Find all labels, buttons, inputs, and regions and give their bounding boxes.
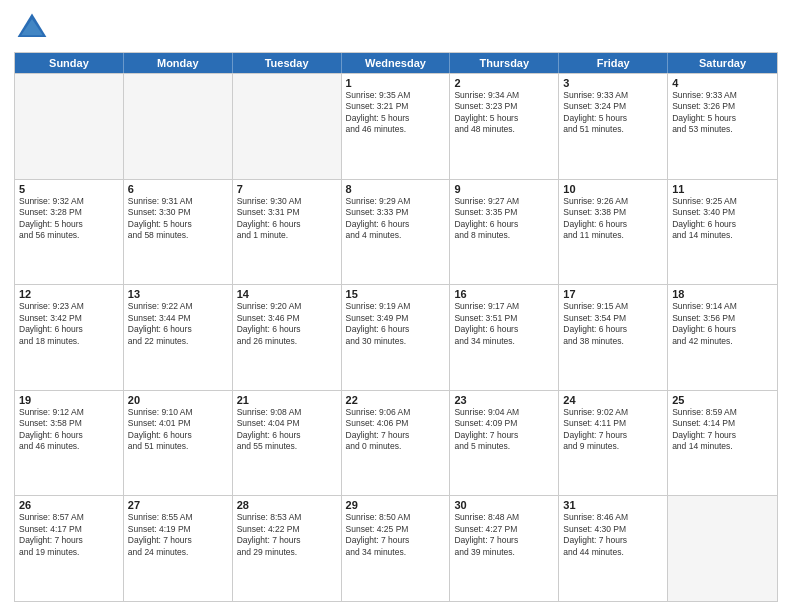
calendar-row: 19Sunrise: 9:12 AM Sunset: 3:58 PM Dayli… [15,390,777,496]
day-cell: 24Sunrise: 9:02 AM Sunset: 4:11 PM Dayli… [559,391,668,496]
day-info: Sunrise: 8:57 AM Sunset: 4:17 PM Dayligh… [19,512,119,558]
day-info: Sunrise: 9:17 AM Sunset: 3:51 PM Dayligh… [454,301,554,347]
day-cell: 27Sunrise: 8:55 AM Sunset: 4:19 PM Dayli… [124,496,233,601]
weekday-header: Friday [559,53,668,73]
day-info: Sunrise: 9:22 AM Sunset: 3:44 PM Dayligh… [128,301,228,347]
calendar-row: 5Sunrise: 9:32 AM Sunset: 3:28 PM Daylig… [15,179,777,285]
day-cell: 12Sunrise: 9:23 AM Sunset: 3:42 PM Dayli… [15,285,124,390]
day-info: Sunrise: 9:15 AM Sunset: 3:54 PM Dayligh… [563,301,663,347]
day-number: 17 [563,288,663,300]
day-info: Sunrise: 9:19 AM Sunset: 3:49 PM Dayligh… [346,301,446,347]
day-info: Sunrise: 8:48 AM Sunset: 4:27 PM Dayligh… [454,512,554,558]
day-number: 8 [346,183,446,195]
day-cell: 10Sunrise: 9:26 AM Sunset: 3:38 PM Dayli… [559,180,668,285]
day-cell: 26Sunrise: 8:57 AM Sunset: 4:17 PM Dayli… [15,496,124,601]
day-number: 27 [128,499,228,511]
day-info: Sunrise: 9:33 AM Sunset: 3:24 PM Dayligh… [563,90,663,136]
day-number: 28 [237,499,337,511]
day-number: 21 [237,394,337,406]
empty-cell [124,74,233,179]
day-number: 7 [237,183,337,195]
day-number: 30 [454,499,554,511]
logo [14,10,54,46]
calendar-row: 12Sunrise: 9:23 AM Sunset: 3:42 PM Dayli… [15,284,777,390]
calendar-row: 1Sunrise: 9:35 AM Sunset: 3:21 PM Daylig… [15,73,777,179]
day-number: 9 [454,183,554,195]
calendar-body: 1Sunrise: 9:35 AM Sunset: 3:21 PM Daylig… [15,73,777,601]
day-info: Sunrise: 9:34 AM Sunset: 3:23 PM Dayligh… [454,90,554,136]
day-cell: 30Sunrise: 8:48 AM Sunset: 4:27 PM Dayli… [450,496,559,601]
day-cell: 11Sunrise: 9:25 AM Sunset: 3:40 PM Dayli… [668,180,777,285]
day-info: Sunrise: 9:20 AM Sunset: 3:46 PM Dayligh… [237,301,337,347]
day-info: Sunrise: 8:53 AM Sunset: 4:22 PM Dayligh… [237,512,337,558]
empty-cell [233,74,342,179]
day-info: Sunrise: 9:14 AM Sunset: 3:56 PM Dayligh… [672,301,773,347]
page: SundayMondayTuesdayWednesdayThursdayFrid… [0,0,792,612]
day-cell: 7Sunrise: 9:30 AM Sunset: 3:31 PM Daylig… [233,180,342,285]
weekday-header: Sunday [15,53,124,73]
day-info: Sunrise: 8:50 AM Sunset: 4:25 PM Dayligh… [346,512,446,558]
day-cell: 6Sunrise: 9:31 AM Sunset: 3:30 PM Daylig… [124,180,233,285]
day-number: 13 [128,288,228,300]
day-info: Sunrise: 9:02 AM Sunset: 4:11 PM Dayligh… [563,407,663,453]
empty-cell [15,74,124,179]
day-number: 10 [563,183,663,195]
day-number: 20 [128,394,228,406]
day-number: 6 [128,183,228,195]
day-info: Sunrise: 9:10 AM Sunset: 4:01 PM Dayligh… [128,407,228,453]
day-info: Sunrise: 9:29 AM Sunset: 3:33 PM Dayligh… [346,196,446,242]
day-cell: 16Sunrise: 9:17 AM Sunset: 3:51 PM Dayli… [450,285,559,390]
day-info: Sunrise: 9:12 AM Sunset: 3:58 PM Dayligh… [19,407,119,453]
calendar: SundayMondayTuesdayWednesdayThursdayFrid… [14,52,778,602]
day-cell: 28Sunrise: 8:53 AM Sunset: 4:22 PM Dayli… [233,496,342,601]
day-cell: 20Sunrise: 9:10 AM Sunset: 4:01 PM Dayli… [124,391,233,496]
day-cell: 14Sunrise: 9:20 AM Sunset: 3:46 PM Dayli… [233,285,342,390]
day-number: 15 [346,288,446,300]
day-cell: 5Sunrise: 9:32 AM Sunset: 3:28 PM Daylig… [15,180,124,285]
weekday-header: Saturday [668,53,777,73]
day-cell: 23Sunrise: 9:04 AM Sunset: 4:09 PM Dayli… [450,391,559,496]
day-cell: 1Sunrise: 9:35 AM Sunset: 3:21 PM Daylig… [342,74,451,179]
day-cell: 2Sunrise: 9:34 AM Sunset: 3:23 PM Daylig… [450,74,559,179]
day-cell: 21Sunrise: 9:08 AM Sunset: 4:04 PM Dayli… [233,391,342,496]
day-cell: 29Sunrise: 8:50 AM Sunset: 4:25 PM Dayli… [342,496,451,601]
day-cell: 9Sunrise: 9:27 AM Sunset: 3:35 PM Daylig… [450,180,559,285]
day-info: Sunrise: 8:46 AM Sunset: 4:30 PM Dayligh… [563,512,663,558]
day-number: 23 [454,394,554,406]
day-info: Sunrise: 9:33 AM Sunset: 3:26 PM Dayligh… [672,90,773,136]
day-number: 22 [346,394,446,406]
day-number: 1 [346,77,446,89]
day-info: Sunrise: 9:08 AM Sunset: 4:04 PM Dayligh… [237,407,337,453]
day-cell: 18Sunrise: 9:14 AM Sunset: 3:56 PM Dayli… [668,285,777,390]
empty-cell [668,496,777,601]
day-info: Sunrise: 9:06 AM Sunset: 4:06 PM Dayligh… [346,407,446,453]
day-number: 2 [454,77,554,89]
day-number: 24 [563,394,663,406]
day-info: Sunrise: 9:31 AM Sunset: 3:30 PM Dayligh… [128,196,228,242]
day-info: Sunrise: 9:04 AM Sunset: 4:09 PM Dayligh… [454,407,554,453]
weekday-header: Monday [124,53,233,73]
day-info: Sunrise: 9:27 AM Sunset: 3:35 PM Dayligh… [454,196,554,242]
header [14,10,778,46]
day-cell: 25Sunrise: 8:59 AM Sunset: 4:14 PM Dayli… [668,391,777,496]
day-cell: 31Sunrise: 8:46 AM Sunset: 4:30 PM Dayli… [559,496,668,601]
weekday-header: Wednesday [342,53,451,73]
logo-icon [14,10,50,46]
day-cell: 17Sunrise: 9:15 AM Sunset: 3:54 PM Dayli… [559,285,668,390]
day-number: 12 [19,288,119,300]
weekday-header: Tuesday [233,53,342,73]
day-cell: 13Sunrise: 9:22 AM Sunset: 3:44 PM Dayli… [124,285,233,390]
day-info: Sunrise: 9:26 AM Sunset: 3:38 PM Dayligh… [563,196,663,242]
day-cell: 19Sunrise: 9:12 AM Sunset: 3:58 PM Dayli… [15,391,124,496]
day-number: 14 [237,288,337,300]
weekday-header: Thursday [450,53,559,73]
day-cell: 8Sunrise: 9:29 AM Sunset: 3:33 PM Daylig… [342,180,451,285]
day-number: 25 [672,394,773,406]
day-number: 11 [672,183,773,195]
day-info: Sunrise: 9:25 AM Sunset: 3:40 PM Dayligh… [672,196,773,242]
day-number: 3 [563,77,663,89]
day-number: 26 [19,499,119,511]
day-number: 31 [563,499,663,511]
day-info: Sunrise: 9:23 AM Sunset: 3:42 PM Dayligh… [19,301,119,347]
day-info: Sunrise: 9:35 AM Sunset: 3:21 PM Dayligh… [346,90,446,136]
